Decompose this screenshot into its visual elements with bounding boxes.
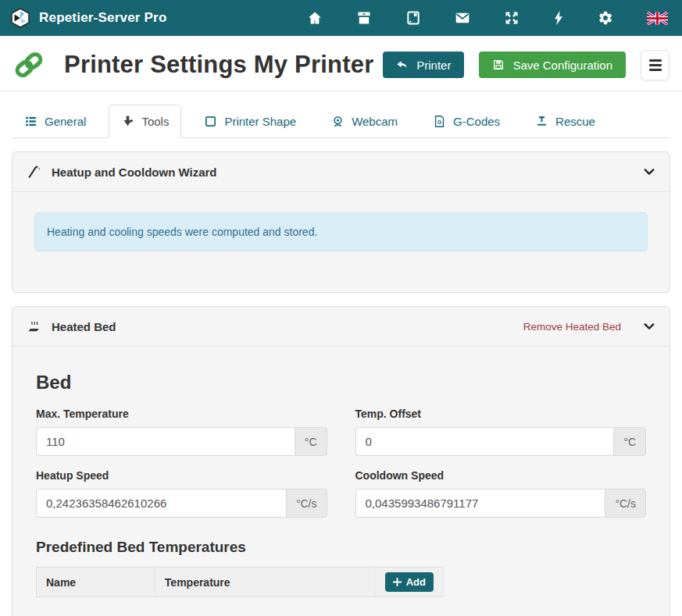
- settings-tabs: General Tools Printer Shape Webcam G G-C…: [12, 105, 670, 138]
- info-alert-text: Heating and cooling speeds were computed…: [47, 226, 317, 238]
- page-header: Printer Settings My Printer Printer Save…: [0, 36, 682, 91]
- heated-bed-panel-heading[interactable]: Heated Bed Remove Heated Bed: [12, 307, 670, 347]
- fullscreen-icon[interactable]: [504, 10, 520, 26]
- tab-general[interactable]: General: [12, 105, 98, 138]
- shape-square-icon: [204, 115, 217, 128]
- max-temperature-unit: °C: [295, 427, 327, 456]
- printer-back-button[interactable]: Printer: [383, 52, 464, 78]
- temp-offset-unit: °C: [613, 427, 646, 456]
- repetier-logo-icon: [9, 7, 31, 29]
- collapse-chevron-icon[interactable]: [642, 319, 656, 333]
- cooldown-speed-field-group: Cooldown Speed °C/s: [355, 469, 647, 518]
- table-action-cell: Add: [375, 568, 443, 597]
- language-flag-uk-icon[interactable]: [647, 12, 668, 25]
- home-icon[interactable]: [307, 10, 323, 26]
- heatup-speed-field-group: Heatup Speed °C/s: [36, 469, 327, 518]
- info-alert: Heating and cooling speeds were computed…: [34, 212, 648, 251]
- max-temperature-field-group: Max. Temperature °C: [36, 408, 327, 456]
- link-chain-icon: [11, 47, 47, 83]
- max-temperature-input[interactable]: [36, 427, 295, 456]
- heatup-speed-input[interactable]: [36, 489, 286, 518]
- cooldown-speed-input[interactable]: [355, 489, 605, 518]
- heated-bed-panel: Heated Bed Remove Heated Bed Bed Max. Te…: [12, 306, 670, 616]
- printer-icon[interactable]: [356, 10, 372, 26]
- tab-tools[interactable]: Tools: [109, 105, 181, 138]
- tab-rescue[interactable]: Rescue: [523, 105, 608, 138]
- page-title: Printer Settings My Printer: [64, 51, 373, 79]
- tab-gcodes[interactable]: G G-Codes: [420, 105, 512, 138]
- quick-actions-icon[interactable]: [553, 10, 564, 26]
- messages-icon[interactable]: [455, 10, 470, 26]
- column-header-name: Name: [37, 568, 155, 597]
- heatup-speed-unit: °C/s: [286, 489, 327, 518]
- cooldown-speed-label: Cooldown Speed: [355, 469, 647, 482]
- extruder-icon: [121, 115, 134, 128]
- cooldown-speed-unit: °C/s: [605, 489, 646, 518]
- save-icon: [492, 59, 505, 71]
- save-configuration-button[interactable]: Save Configuration: [479, 52, 626, 78]
- tab-printer-shape[interactable]: Printer Shape: [191, 105, 309, 138]
- predefined-temps-heading: Predefined Bed Temperatures: [36, 539, 646, 556]
- wizard-panel-heading[interactable]: Heatup and Cooldown Wizard: [12, 152, 670, 192]
- reply-arrow-icon: [396, 59, 409, 71]
- wizard-panel-body: Heating and cooling speeds were computed…: [12, 192, 670, 292]
- temp-offset-label: Temp. Offset: [355, 408, 647, 420]
- tab-webcam[interactable]: Webcam: [319, 105, 410, 138]
- list-icon: [24, 115, 37, 128]
- menu-button[interactable]: [641, 50, 670, 80]
- hamburger-icon: [649, 59, 662, 71]
- heatup-speed-label: Heatup Speed: [36, 469, 327, 482]
- temp-offset-field-group: Temp. Offset °C: [355, 408, 647, 456]
- column-header-temperature: Temperature: [155, 568, 375, 597]
- plus-icon: [393, 578, 402, 586]
- collapse-chevron-icon[interactable]: [642, 165, 656, 179]
- manual-icon[interactable]: [405, 10, 421, 26]
- table-header-row: Name Temperature Add: [37, 568, 444, 597]
- heatup-cooldown-wizard-panel: Heatup and Cooldown Wizard Heating and c…: [12, 151, 670, 293]
- add-temperature-button[interactable]: Add: [385, 572, 434, 592]
- brand[interactable]: Repetier-Server Pro: [9, 7, 166, 29]
- heated-bed-panel-title: Heated Bed: [52, 320, 116, 333]
- temp-offset-input[interactable]: [355, 427, 614, 456]
- webcam-icon: [331, 115, 345, 128]
- settings-icon[interactable]: [598, 10, 613, 26]
- remove-heated-bed-link[interactable]: Remove Heated Bed: [523, 321, 621, 333]
- predefined-temps-table: Name Temperature Add: [36, 567, 444, 597]
- max-temperature-label: Max. Temperature: [36, 408, 327, 420]
- magic-wand-icon: [26, 164, 41, 180]
- rescue-icon: [535, 115, 548, 128]
- svg-text:G: G: [437, 119, 442, 126]
- wizard-panel-title: Heatup and Cooldown Wizard: [52, 166, 217, 179]
- bed-section-heading: Bed: [36, 372, 646, 393]
- heated-bed-panel-body: Bed Max. Temperature °C Temp. Offset °C …: [12, 347, 670, 616]
- brand-title: Repetier-Server Pro: [39, 10, 166, 26]
- heated-bed-icon: [26, 319, 41, 334]
- gcode-file-icon: G: [433, 115, 446, 128]
- top-navbar: Repetier-Server Pro: [0, 0, 682, 36]
